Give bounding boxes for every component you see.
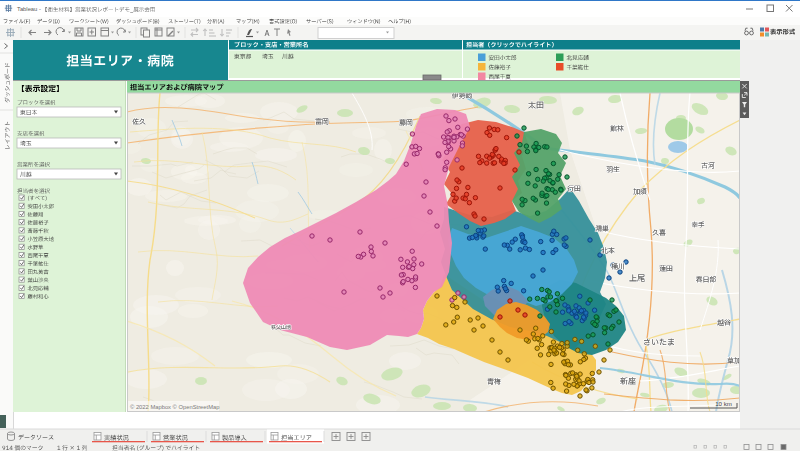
svg-text:Tableau -: Tableau - (17, 6, 41, 12)
svg-text:© 2022 Mapbox © OpenStreetMap: © 2022 Mapbox © OpenStreetMap (130, 404, 219, 410)
svg-text:10 km: 10 km (715, 400, 732, 407)
